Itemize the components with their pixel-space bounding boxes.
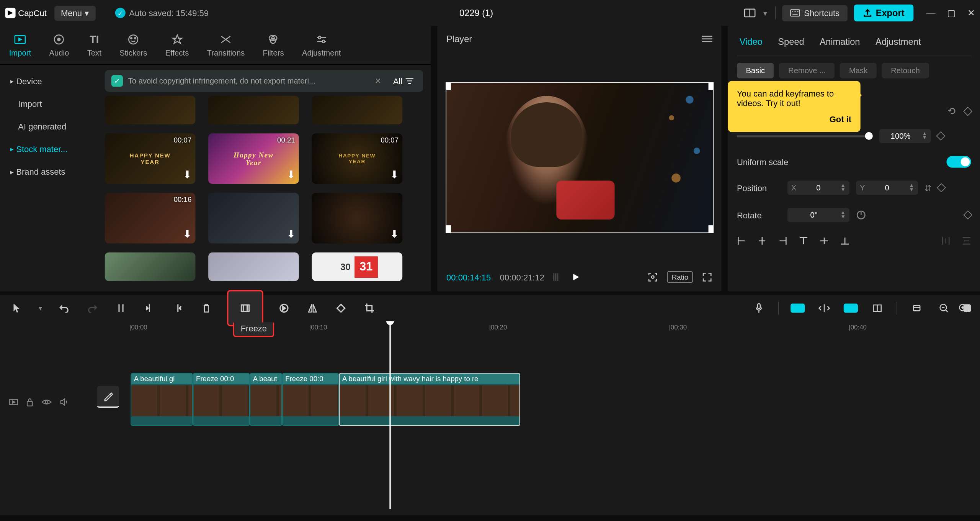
menu-button[interactable]: Menu ▾ [54, 5, 95, 20]
sidebar-item-import[interactable]: Import [0, 93, 97, 115]
maximize-button[interactable]: ▢ [947, 8, 956, 18]
ratio-button[interactable]: Ratio [667, 271, 693, 283]
resize-handle[interactable] [446, 225, 451, 233]
stepper-icon[interactable]: ▲▼ [840, 211, 845, 219]
video-preview[interactable] [446, 82, 714, 233]
close-button[interactable]: ✕ [967, 8, 975, 18]
timeline-clip[interactable]: Freeze 00:0 [193, 373, 250, 426]
tab-filters[interactable]: Filters [254, 26, 293, 64]
layout-icon[interactable] [744, 8, 755, 18]
distribute-v-icon[interactable] [962, 236, 971, 246]
media-thumb[interactable] [208, 252, 299, 281]
tab-effects[interactable]: Effects [156, 26, 198, 64]
download-icon[interactable]: ⬇ [390, 228, 399, 240]
filter-button[interactable]: All [390, 76, 416, 86]
playhead[interactable] [389, 321, 390, 509]
tab-stickers[interactable]: Stickers [111, 26, 156, 64]
zoom-out-icon[interactable] [936, 300, 952, 316]
export-button[interactable]: Export [854, 5, 913, 21]
keyframe-icon[interactable] [936, 131, 945, 141]
keyframe-icon[interactable] [963, 107, 972, 116]
media-thumb[interactable]: 3031 [312, 252, 403, 281]
slider-thumb[interactable] [865, 132, 873, 139]
sidebar-item-brand[interactable]: ▸Brand assets [0, 161, 97, 183]
subtab-retouch[interactable]: Retouch [882, 63, 929, 79]
download-icon[interactable]: ⬇ [183, 168, 191, 180]
reset-icon[interactable] [948, 107, 957, 116]
mirror-tool[interactable] [305, 300, 320, 316]
tab-import[interactable]: Import [0, 26, 40, 64]
sidebar-item-ai[interactable]: AI generated [0, 115, 97, 138]
download-icon[interactable]: ⬇ [287, 228, 295, 240]
timeline-body[interactable]: |00:00 |00:10 |00:20 |00:30 |00:40 A bea… [0, 321, 980, 515]
media-thumb[interactable] [105, 96, 196, 124]
magnet-toggle[interactable] [791, 304, 805, 313]
player-viewport[interactable] [437, 52, 721, 263]
sidebar-item-device[interactable]: ▸Device [0, 70, 97, 93]
subtab-remove[interactable]: Remove ... [779, 63, 835, 79]
tab-adjustment[interactable]: Adjustment [875, 36, 921, 47]
undo-button[interactable] [56, 300, 72, 316]
tab-video[interactable]: Video [740, 36, 763, 47]
redo-button[interactable] [85, 300, 100, 316]
trim-left-tool[interactable] [142, 300, 157, 316]
prev-frame-icon[interactable] [554, 273, 563, 281]
stepper-icon[interactable]: ▲▼ [909, 184, 914, 192]
align-top-icon[interactable] [799, 236, 808, 246]
chevron-down-icon[interactable]: ▼ [762, 10, 769, 17]
media-thumb[interactable]: ⬇ [208, 193, 299, 244]
fullscreen-icon[interactable] [702, 272, 712, 282]
tab-animation[interactable]: Animation [820, 36, 860, 47]
mic-icon[interactable] [751, 300, 767, 316]
position-y-input[interactable]: Y0▲▼ [856, 181, 918, 195]
tab-speed[interactable]: Speed [778, 36, 804, 47]
media-thumb[interactable] [105, 252, 196, 281]
eye-icon[interactable] [41, 398, 52, 406]
stepper-icon[interactable]: ▲▼ [922, 132, 927, 140]
timeline-clip[interactable]: A beaut [250, 373, 282, 426]
reverse-tool[interactable] [276, 300, 292, 316]
distribute-h-icon[interactable] [941, 236, 951, 246]
align-center-h-icon[interactable] [758, 236, 767, 246]
media-thumb[interactable] [312, 96, 403, 124]
track-edit-button[interactable] [97, 386, 119, 408]
delete-tool[interactable] [199, 300, 214, 316]
split-tool[interactable] [113, 300, 129, 316]
media-thumb[interactable]: 00:16⬇ [105, 193, 196, 244]
media-thumb[interactable]: 00:07HAPPY NEW YEAR⬇ [312, 133, 403, 184]
scale-slider[interactable] [737, 135, 873, 137]
play-button[interactable] [572, 272, 581, 282]
scale-input[interactable]: 100%▲▼ [879, 129, 931, 143]
rotate-dial-icon[interactable] [856, 210, 866, 220]
snap-tool[interactable] [817, 300, 832, 316]
tab-audio[interactable]: Audio [40, 26, 78, 64]
track-toggle-icon[interactable] [9, 398, 18, 406]
mute-icon[interactable] [59, 398, 69, 406]
download-icon[interactable]: ⬇ [390, 168, 399, 180]
gotit-button[interactable]: Got it [737, 115, 851, 124]
timeline-ruler[interactable]: |00:00 |00:10 |00:20 |00:30 |00:40 [129, 321, 980, 337]
align-left-icon[interactable] [737, 236, 746, 246]
marker-tool[interactable] [909, 300, 924, 316]
trim-right-tool[interactable] [170, 300, 186, 316]
rotate-tool[interactable] [333, 300, 349, 316]
chevron-down-icon[interactable]: ▼ [38, 305, 43, 311]
tab-transitions[interactable]: Transitions [198, 26, 254, 64]
sidebar-item-stock[interactable]: ▸Stock mater... [0, 138, 97, 161]
align-right-icon[interactable] [778, 236, 787, 246]
align-center-v-icon[interactable] [820, 236, 829, 246]
resize-handle[interactable] [446, 82, 451, 90]
media-thumb[interactable]: 00:07HAPPY NEW YEAR⬇ [105, 133, 196, 184]
keyframe-icon[interactable] [963, 210, 972, 220]
zoom-in-icon[interactable] [956, 300, 971, 316]
resize-handle[interactable] [708, 82, 714, 90]
link-icon[interactable]: ⇵ [924, 183, 932, 192]
uniform-scale-toggle[interactable] [946, 156, 971, 167]
shortcuts-button[interactable]: Shortcuts [782, 5, 848, 21]
download-icon[interactable]: ⬇ [183, 228, 191, 240]
subtab-mask[interactable]: Mask [840, 63, 877, 79]
close-icon[interactable]: ✕ [371, 76, 385, 85]
position-x-input[interactable]: X0▲▼ [787, 181, 849, 195]
link-toggle[interactable] [844, 304, 858, 313]
rotate-input[interactable]: 0°▲▼ [787, 208, 849, 222]
